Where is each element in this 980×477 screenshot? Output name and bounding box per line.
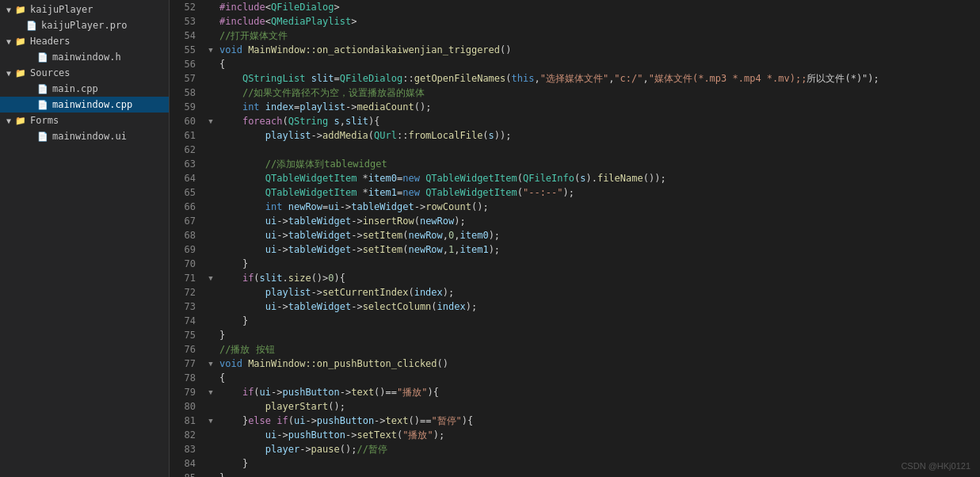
headers-folder-icon: 📁: [14, 35, 27, 48]
main-cpp-label: main.cpp: [52, 83, 166, 94]
code-line-77: 77 ▼ void MainWindow::on_pushButton_clic…: [170, 357, 980, 371]
code-line-57: 57 QStringList slit=QFileDialog::getOpen…: [170, 71, 980, 86]
tree-sources[interactable]: ▼ 📁 Sources: [0, 65, 169, 81]
code-line-52: 52 #include<QFileDialog>: [170, 0, 980, 14]
mainwindow-cpp-icon: 📄: [36, 98, 49, 111]
mainwindow-cpp-label: mainwindow.cpp: [52, 99, 166, 110]
code-line-64: 64 QTableWidgetItem *item0=new QTableWid…: [170, 171, 980, 185]
tree-forms[interactable]: ▼ 📁 Forms: [0, 113, 169, 128]
h-label: mainwindow.h: [52, 52, 166, 63]
code-line-69: 69 ui->tableWidget->setItem(newRow,1,ite…: [170, 242, 980, 257]
headers-label: Headers: [30, 36, 166, 47]
root-label: kaijuPlayer: [30, 4, 166, 15]
code-line-75: 75 }: [170, 328, 980, 342]
code-line-71: 71 ▼ if(slit.size()>0){: [170, 271, 980, 285]
code-line-84: 84 }: [170, 456, 980, 471]
sources-folder-icon: 📁: [14, 67, 27, 79]
sources-arrow: ▼: [3, 69, 14, 78]
forms-label: Forms: [30, 115, 166, 126]
code-line-70: 70 }: [170, 257, 980, 271]
code-line-72: 72 playlist->setCurrentIndex(index);: [170, 285, 980, 300]
code-line-80: 80 playerStart();: [170, 399, 980, 414]
file-tree[interactable]: ▼ 📁 kaijuPlayer 📄 kaijuPlayer.pro ▼ 📁 He…: [0, 0, 170, 477]
main-cpp-icon: 📄: [36, 82, 49, 95]
code-line-65: 65 QTableWidgetItem *item1=new QTableWid…: [170, 185, 980, 200]
code-line-83: 83 player->pause();//暂停: [170, 442, 980, 456]
code-line-60: 60 ▼ foreach(QString s,slit){: [170, 114, 980, 128]
code-line-79: 79 ▼ if(ui->pushButton->text()=="播放"){: [170, 385, 980, 399]
h-file-icon: 📄: [36, 51, 49, 63]
tree-item-main-cpp[interactable]: 📄 main.cpp: [0, 81, 169, 97]
tree-item-mainwindow-cpp[interactable]: 📄 mainwindow.cpp: [0, 97, 169, 113]
tree-item-mainwindow-ui[interactable]: 📄 mainwindow.ui: [0, 128, 169, 144]
tree-headers[interactable]: ▼ 📁 Headers: [0, 33, 169, 49]
tree-item-mainwindow-h[interactable]: 📄 mainwindow.h: [0, 49, 169, 65]
code-line-74: 74 }: [170, 314, 980, 328]
code-line-58: 58 //如果文件路径不为空，设置播放器的媒体: [170, 86, 980, 100]
forms-folder-icon: 📁: [14, 114, 27, 127]
code-line-73: 73 ui->tableWidget->selectColumn(index);: [170, 300, 980, 314]
code-line-66: 66 int newRow=ui->tableWidget->rowCount(…: [170, 200, 980, 214]
code-line-62: 62: [170, 143, 980, 157]
code-line-68: 68 ui->tableWidget->setItem(newRow,0,ite…: [170, 228, 980, 242]
headers-arrow: ▼: [3, 37, 14, 46]
code-line-76: 76 //播放 按钮: [170, 342, 980, 357]
tree-root[interactable]: ▼ 📁 kaijuPlayer: [0, 2, 169, 17]
ui-label: mainwindow.ui: [52, 131, 166, 142]
pro-label: kaijuPlayer.pro: [41, 20, 166, 31]
code-line-59: 59 int index=playlist->mediaCount();: [170, 100, 980, 114]
sources-label: Sources: [30, 67, 166, 78]
root-arrow: ▼: [3, 6, 14, 14]
forms-arrow: ▼: [3, 116, 14, 125]
code-line-85: 85 }: [170, 471, 980, 477]
code-line-82: 82 ui->pushButton->setText("播放");: [170, 428, 980, 442]
code-editor: 52 #include<QFileDialog> 53 #include<QMe…: [170, 0, 980, 477]
code-line-55: 55 ▼ void MainWindow::on_actiondaikaiwen…: [170, 43, 980, 57]
root-folder-icon: 📁: [14, 3, 27, 16]
pro-file-icon: 📄: [25, 19, 38, 32]
code-line-53: 53 #include<QMediaPlaylist>: [170, 14, 980, 29]
code-line-54: 54 //打开媒体文件: [170, 29, 980, 43]
code-line-81: 81 ▼ }else if(ui->pushButton->text()=="暂…: [170, 414, 980, 428]
code-line-67: 67 ui->tableWidget->insertRow(newRow);: [170, 214, 980, 228]
tree-item-pro[interactable]: 📄 kaijuPlayer.pro: [0, 17, 169, 33]
code-line-63: 63 //添加媒体到tablewidget: [170, 157, 980, 171]
code-line-56: 56 {: [170, 57, 980, 71]
code-line-78: 78 {: [170, 371, 980, 385]
ui-file-icon: 📄: [36, 130, 49, 143]
code-line-61: 61 playlist->addMedia(QUrl::fromLocalFil…: [170, 128, 980, 143]
